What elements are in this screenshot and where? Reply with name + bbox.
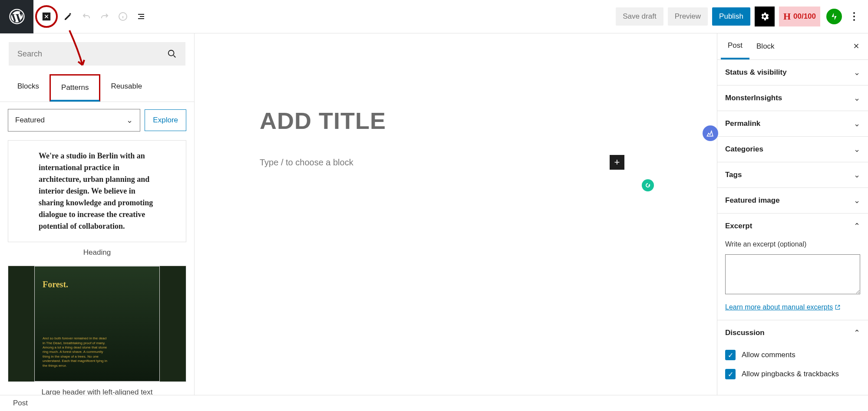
allow-pingbacks-label: Allow pingbacks & trackbacks xyxy=(742,370,839,378)
checkbox-checked-icon[interactable]: ✓ xyxy=(725,369,736,379)
publish-button[interactable]: Publish xyxy=(712,7,750,26)
pattern-caption: Large header with left-aligned text xyxy=(8,382,186,395)
settings-icon[interactable] xyxy=(755,7,775,26)
jetpack-icon[interactable] xyxy=(826,9,842,24)
info-icon[interactable] xyxy=(114,8,132,25)
editor-canvas: ADD TITLE Type / to choose a block + xyxy=(195,33,717,395)
section-excerpt[interactable]: Excerpt⌃ xyxy=(717,214,868,239)
close-sidebar-button[interactable] xyxy=(848,38,865,56)
preview-button[interactable]: Preview xyxy=(668,7,708,26)
section-discussion[interactable]: Discussion⌃ xyxy=(717,320,868,345)
pattern-category-value: Featured xyxy=(15,116,45,125)
block-prompt[interactable]: Type / to choose a block xyxy=(260,158,610,168)
readability-score[interactable]: H 00/100 xyxy=(779,7,820,26)
search-box[interactable] xyxy=(9,42,185,66)
svg-point-3 xyxy=(853,12,855,14)
tab-blocks[interactable]: Blocks xyxy=(7,74,50,102)
section-monsterinsights[interactable]: MonsterInsights⌄ xyxy=(717,85,868,111)
allow-comments-label: Allow comments xyxy=(742,351,795,359)
pattern-preview-title: Forest. xyxy=(43,279,152,289)
monsterinsights-badge-icon[interactable] xyxy=(703,125,718,141)
svg-point-5 xyxy=(853,19,855,21)
pattern-item[interactable]: We're a studio in Berlin with an interna… xyxy=(8,140,186,261)
section-status[interactable]: Status & visibility⌄ xyxy=(717,60,868,85)
learn-excerpts-link[interactable]: Learn more about manual excerpts xyxy=(725,303,841,311)
score-value: 00/100 xyxy=(793,12,816,21)
edit-icon[interactable] xyxy=(59,8,77,25)
search-icon xyxy=(167,49,177,59)
close-inserter-button[interactable] xyxy=(38,8,55,25)
checkbox-checked-icon[interactable]: ✓ xyxy=(725,350,736,360)
add-block-button[interactable]: + xyxy=(610,155,624,170)
tab-reusable[interactable]: Reusable xyxy=(100,74,152,102)
pattern-preview-sub: And so both forever remained in the dead… xyxy=(43,336,108,368)
tab-block[interactable]: Block xyxy=(749,34,782,59)
tab-post[interactable]: Post xyxy=(721,33,749,59)
chevron-down-icon: ⌄ xyxy=(126,115,133,125)
section-categories[interactable]: Categories⌄ xyxy=(717,137,868,162)
pattern-category-select[interactable]: Featured ⌄ xyxy=(8,109,140,132)
redo-icon[interactable] xyxy=(96,8,113,25)
breadcrumb[interactable]: Post xyxy=(0,395,868,411)
svg-point-4 xyxy=(853,16,855,17)
wordpress-logo[interactable] xyxy=(0,0,33,33)
section-featured-image[interactable]: Featured image⌄ xyxy=(717,188,868,214)
excerpt-body: Write an excerpt (optional) Learn more a… xyxy=(717,239,868,320)
settings-sidebar: Post Block Status & visibility⌄ MonsterI… xyxy=(717,33,868,395)
pattern-caption: Heading xyxy=(8,242,186,261)
post-title-input[interactable]: ADD TITLE xyxy=(260,107,624,134)
section-tags[interactable]: Tags⌄ xyxy=(717,162,868,188)
svg-point-6 xyxy=(168,50,174,56)
tab-patterns[interactable]: Patterns xyxy=(50,74,100,102)
explore-button[interactable]: Explore xyxy=(145,109,186,131)
pattern-item[interactable]: Forest. And so both forever remained in … xyxy=(8,266,186,395)
pattern-preview-text: We're a studio in Berlin with an interna… xyxy=(39,150,155,232)
allow-pingbacks-row[interactable]: ✓ Allow pingbacks & trackbacks xyxy=(717,365,868,384)
block-inserter-panel: Blocks Patterns Reusable Featured ⌄ Expl… xyxy=(0,33,195,395)
h-icon: H xyxy=(783,11,791,22)
allow-comments-row[interactable]: ✓ Allow comments xyxy=(717,345,868,365)
more-options-icon[interactable] xyxy=(846,7,862,26)
grammarly-icon[interactable] xyxy=(642,179,654,191)
outline-icon[interactable] xyxy=(132,8,150,25)
excerpt-textarea[interactable] xyxy=(725,254,860,294)
excerpt-label: Write an excerpt (optional) xyxy=(725,239,860,254)
save-draft-button[interactable]: Save draft xyxy=(616,7,663,26)
top-toolbar: Save draft Preview Publish H 00/100 xyxy=(0,0,868,33)
section-permalink[interactable]: Permalink⌄ xyxy=(717,111,868,137)
search-input[interactable] xyxy=(17,49,167,59)
undo-icon[interactable] xyxy=(78,8,95,25)
